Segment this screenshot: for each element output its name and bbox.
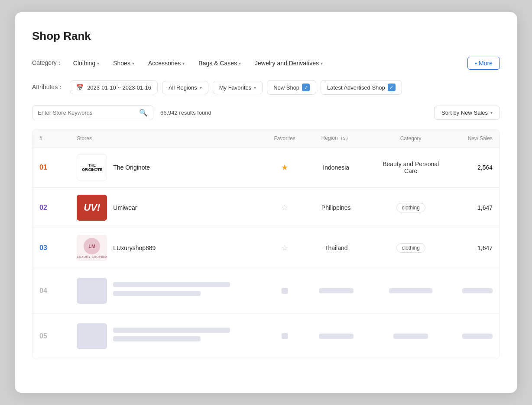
new-sales-cell: 1,647 [453, 228, 500, 268]
rank-cell: 01 [32, 148, 70, 188]
star-filled-icon: ★ [281, 163, 288, 172]
chevron-down-icon: ▾ [321, 61, 323, 66]
search-icon[interactable]: 🔍 [139, 109, 148, 117]
category-btn-bags[interactable]: Bags & Cases ▾ [193, 57, 246, 69]
search-input[interactable] [38, 109, 136, 116]
skeleton-line [113, 328, 230, 333]
col-header-category: Category [369, 129, 453, 148]
region-skeleton-cell [303, 314, 369, 359]
table-row-skeleton: 05 [32, 314, 500, 359]
store-logo: THE ORIGINOTE [77, 154, 107, 180]
latest-advertised-filter[interactable]: Latest Advertised Shop ✓ [321, 80, 402, 95]
attributes-label: Attributes： [32, 84, 64, 91]
new-sales-cell: 1,647 [453, 188, 500, 228]
chevron-down-icon: ▾ [97, 61, 99, 66]
chevron-down-icon: ▾ [239, 61, 241, 66]
region-dropdown[interactable]: All Regions ▾ [162, 81, 208, 94]
favorite-cell[interactable]: ☆ [266, 188, 303, 228]
category-skeleton-cell [369, 268, 453, 314]
category-skeleton-cell [369, 314, 453, 359]
rank-cell: 04 [32, 268, 70, 314]
category-cell: clothing [369, 228, 453, 268]
attributes-row: Attributes： 📅 2023-01-10 ~ 2023-01-16 Al… [32, 80, 500, 95]
favorite-skeleton-cell [266, 314, 303, 359]
region-cell: Philippines [303, 188, 369, 228]
date-range-picker[interactable]: 📅 2023-01-10 ~ 2023-01-16 [70, 80, 158, 94]
sales-skeleton-cell [453, 268, 500, 314]
skeleton-square [282, 288, 288, 294]
results-table: # Stores Favorites Region（s） Category Ne… [32, 129, 500, 359]
skeleton-sales [462, 334, 493, 339]
store-name: Umiwear [113, 204, 137, 211]
skeleton-logo [77, 278, 107, 304]
page-title: Shop Rank [32, 29, 500, 43]
category-btn-accessories[interactable]: Accessories ▾ [143, 57, 190, 69]
category-row: Category： Clothing ▾ Shoes ▾ Accessories… [32, 57, 500, 70]
col-header-new-sales: New Sales [453, 129, 500, 148]
more-button[interactable]: ▾ More [467, 57, 500, 70]
region-skeleton-cell [303, 268, 369, 314]
store-cell [70, 268, 266, 314]
skeleton-region [319, 288, 354, 293]
table-row-skeleton: 04 [32, 268, 500, 314]
chevron-down-icon: ▾ [490, 110, 493, 115]
skeleton-line [113, 291, 201, 296]
skeleton-category [393, 334, 428, 339]
chevron-down-icon: ▾ [132, 61, 134, 66]
new-sales-cell: 2,564 [453, 148, 500, 188]
category-btn-jewelry[interactable]: Jewelry and Derivatives ▾ [250, 57, 328, 69]
category-btn-clothing[interactable]: Clothing ▾ [68, 57, 104, 69]
region-cell: Thailand [303, 228, 369, 268]
category-cell: Beauty and Personal Care [369, 148, 453, 188]
col-header-favorites: Favorites [266, 129, 303, 148]
col-header-stores: Stores [70, 129, 266, 148]
store-logo: LM LUXURY SHOP889 [77, 235, 107, 261]
results-table-wrap: # Stores Favorites Region（s） Category Ne… [32, 129, 500, 359]
col-header-rank: # [32, 129, 70, 148]
col-header-region: Region（s） [303, 129, 369, 148]
star-empty-icon: ☆ [281, 244, 288, 252]
main-card: Shop Rank Category： Clothing ▾ Shoes ▾ A… [15, 12, 517, 393]
skeleton-sales [462, 288, 493, 293]
table-row: 03 LM LUXURY SHOP889 LUxuryshop889 [32, 228, 500, 268]
sort-dropdown[interactable]: Sort by New Sales ▾ [434, 106, 500, 120]
favorite-cell[interactable]: ☆ [266, 228, 303, 268]
category-tag: clothing [396, 243, 425, 253]
chevron-down-icon: ▾ [200, 85, 202, 90]
sales-skeleton-cell [453, 314, 500, 359]
region-cell: Indonesia [303, 148, 369, 188]
star-empty-icon: ☆ [281, 203, 288, 212]
new-shop-filter[interactable]: New Shop ✓ [267, 80, 316, 95]
skeleton-line [113, 282, 230, 287]
skeleton-logo [77, 323, 107, 349]
table-header-row: # Stores Favorites Region（s） Category Ne… [32, 129, 500, 148]
skeleton-square [282, 333, 288, 339]
calendar-icon: 📅 [76, 84, 84, 91]
table-row: 02 UV! Umiwear ☆ Philippines [32, 188, 500, 228]
chevron-down-icon: ▾ [182, 61, 185, 66]
store-name: LUxuryshop889 [113, 244, 156, 251]
favorite-cell[interactable]: ★ [266, 148, 303, 188]
check-icon: ✓ [388, 84, 396, 91]
rank-cell: 05 [32, 314, 70, 359]
search-box: 🔍 [32, 105, 153, 120]
store-name: The Originote [113, 164, 150, 171]
store-cell [70, 314, 266, 359]
store-logo: UV! [77, 195, 107, 221]
skeleton-line [113, 336, 201, 341]
skeleton-category [389, 288, 432, 293]
results-count: 66,942 results found [160, 109, 211, 116]
table-row: 01 THE ORIGINOTE The Originote ★ Indones… [32, 148, 500, 188]
rank-cell: 02 [32, 188, 70, 228]
skeleton-region [319, 334, 354, 339]
category-cell: clothing [369, 188, 453, 228]
rank-cell: 03 [32, 228, 70, 268]
category-btn-shoes[interactable]: Shoes ▾ [108, 57, 139, 69]
category-label: Category： [32, 59, 63, 67]
favorites-dropdown[interactable]: My Favorites ▾ [213, 81, 263, 94]
chevron-down-icon: ▾ [254, 85, 256, 90]
store-cell: THE ORIGINOTE The Originote [70, 148, 266, 188]
check-icon: ✓ [302, 84, 310, 91]
search-row: 🔍 66,942 results found Sort by New Sales… [32, 105, 500, 120]
chevron-down-icon: ▾ [475, 61, 477, 66]
